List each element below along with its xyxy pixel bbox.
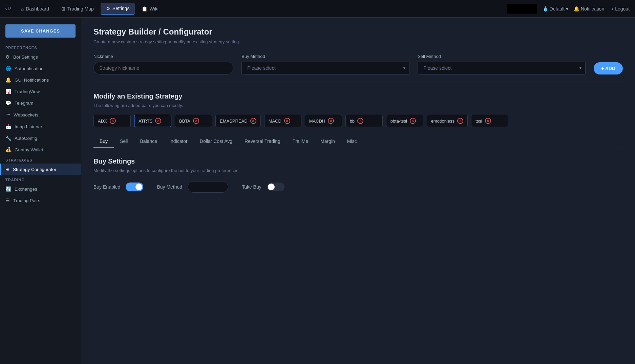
- sell-method-select-wrapper: Please select ▾: [418, 62, 586, 74]
- tag-macd-remove[interactable]: ✕: [284, 118, 290, 124]
- page-title: Strategy Builder / Configurator: [93, 27, 623, 37]
- buy-method-value-input[interactable]: ATRTS: [188, 181, 228, 193]
- buy-method-select-wrapper: Please select ▾: [241, 62, 409, 74]
- buy-method-setting-label: Buy Method: [157, 184, 182, 190]
- nickname-group: Nickname: [93, 54, 233, 74]
- nav-trading-map[interactable]: ⊞ Trading Map: [56, 3, 99, 14]
- tag-tssl-label: tssl: [475, 119, 482, 124]
- save-changes-button[interactable]: SAVE CHANGES: [5, 24, 76, 38]
- tag-emaspread-remove[interactable]: ✕: [250, 118, 256, 124]
- page-subtitle: Create a new custom strategy setting or …: [93, 39, 623, 44]
- tag-tssl[interactable]: tssl ✕: [471, 115, 508, 127]
- tag-tssl-remove[interactable]: ✕: [485, 118, 491, 124]
- buy-enabled-toggle[interactable]: [126, 183, 143, 191]
- tab-trailme[interactable]: TrailMe: [287, 135, 314, 148]
- nav-wiki[interactable]: 📋 Wiki: [136, 3, 164, 14]
- tag-bb[interactable]: bb ✕: [345, 115, 383, 127]
- tab-indicator[interactable]: Indicator: [163, 135, 194, 148]
- tag-adx-remove[interactable]: ✕: [110, 118, 116, 124]
- modify-section-title: Modify an Existing Strategy: [93, 92, 623, 100]
- tag-macd[interactable]: MACD ✕: [264, 115, 301, 127]
- exchange-icon: 🔄: [5, 186, 11, 192]
- tag-bbta-label: BBTA: [179, 119, 190, 124]
- gear-icon: ⚙: [5, 54, 10, 60]
- tag-bb-remove[interactable]: ✕: [357, 118, 363, 124]
- wallet-icon: 💰: [5, 147, 11, 152]
- sidebar-item-authentication[interactable]: 🌐 Authentication: [0, 63, 81, 74]
- tag-bbta[interactable]: BBTA ✕: [175, 115, 212, 127]
- section-divider: [93, 83, 623, 83]
- droplet-icon: 💧: [543, 6, 548, 12]
- sidebar-item-exchanges[interactable]: 🔄 Exchanges: [0, 183, 81, 195]
- buy-enabled-track: [126, 183, 143, 191]
- top-navigation: v13 ⌂ Dashboard ⊞ Trading Map ⚙ Settings…: [0, 0, 635, 18]
- nickname-input[interactable]: [93, 62, 233, 74]
- tab-dollar-cost-avg[interactable]: Dollar Cost Avg: [194, 135, 238, 148]
- tab-balance[interactable]: Balance: [134, 135, 163, 148]
- sidebar-item-imap-listener[interactable]: 📩 Imap Listener: [0, 121, 81, 132]
- sidebar-item-gunthy-wallet[interactable]: 💰 Gunthy Wallet: [0, 144, 81, 155]
- nickname-label: Nickname: [93, 54, 233, 59]
- strategy-tags-grid: ADX ✕ ATRTS ✕ BBTA ✕ EMASPREAD ✕ MACD ✕ …: [93, 115, 623, 127]
- sidebar-item-trading-pairs[interactable]: ☰ Trading Pairs: [0, 195, 81, 206]
- websocket-icon: 〜: [5, 112, 10, 118]
- sidebar-item-gui-notifications[interactable]: 🔔 GUI Notifications: [0, 74, 81, 86]
- buy-method-select[interactable]: Please select: [241, 62, 409, 74]
- sidebar-item-websockets[interactable]: 〜 Websockets: [0, 109, 81, 121]
- version-label: v13: [5, 7, 12, 11]
- tag-atrts[interactable]: ATRTS ✕: [134, 115, 171, 127]
- sidebar-item-telegram[interactable]: 💬 Telegram: [0, 97, 81, 109]
- nav-default-dropdown[interactable]: 💧 Default ▾: [543, 6, 568, 12]
- nav-settings[interactable]: ⚙ Settings: [101, 3, 135, 15]
- tag-atrts-label: ATRTS: [139, 119, 152, 124]
- imap-icon: 📩: [5, 124, 11, 129]
- globe-icon: 🌐: [5, 66, 11, 71]
- tag-bb-label: bb: [350, 119, 355, 124]
- wiki-icon: 📋: [142, 6, 147, 12]
- tag-bbta-tssl[interactable]: bbta-tssl ✕: [386, 115, 423, 127]
- main-layout: SAVE CHANGES Preferences ⚙ Bot Settings …: [0, 18, 635, 364]
- bell-icon: 🔔: [574, 6, 579, 12]
- nav-logout[interactable]: ↪ Logout: [610, 6, 630, 12]
- telegram-icon: 💬: [5, 100, 11, 106]
- settings-tabs: Buy Sell Balance Indicator Dollar Cost A…: [93, 135, 623, 148]
- tag-atrts-remove[interactable]: ✕: [155, 118, 161, 124]
- tab-misc[interactable]: Misc: [341, 135, 363, 148]
- buy-method-group: Buy Method Please select ▾: [241, 54, 409, 74]
- sidebar-item-strategy-configurator[interactable]: ⊞ Strategy Configurator: [0, 164, 81, 175]
- modify-section-subtitle: The following are added pairs you can mo…: [93, 103, 623, 108]
- sidebar-item-tradingview[interactable]: 📊 TradingView: [0, 86, 81, 97]
- tab-margin[interactable]: Margin: [314, 135, 341, 148]
- tab-reversal-trading[interactable]: Reversal Trading: [238, 135, 287, 148]
- nav-dashboard[interactable]: ⌂ Dashboard: [16, 3, 55, 14]
- buy-enabled-setting: Buy Enabled: [93, 183, 143, 191]
- tab-buy[interactable]: Buy: [93, 135, 114, 148]
- strategy-builder-form: Nickname Buy Method Please select ▾ Sell…: [93, 54, 623, 74]
- nav-right-area: 💧 Default ▾ 🔔 Notification ↪ Logout: [507, 4, 630, 14]
- tab-sell[interactable]: Sell: [114, 135, 134, 148]
- buy-method-label: Buy Method: [241, 54, 409, 59]
- tag-emaspread[interactable]: EMASPREAD ✕: [215, 115, 261, 127]
- take-buy-thumb: [268, 184, 275, 190]
- sell-method-label: Sell Method: [418, 54, 586, 59]
- preferences-section-label: Preferences: [0, 43, 81, 51]
- tag-emotionless[interactable]: emotionless ✕: [427, 115, 468, 127]
- sidebar-item-autoconfig[interactable]: 🔧 AutoConfig: [0, 132, 81, 144]
- buy-settings-title: Buy Settings: [93, 157, 623, 165]
- buy-settings-subtitle: Modify the settings options to configure…: [93, 168, 623, 173]
- add-strategy-button[interactable]: + ADD: [594, 62, 623, 74]
- buy-settings-row: Buy Enabled Buy Method ATRTS Take Buy: [93, 181, 623, 193]
- take-buy-label: Take Buy: [242, 184, 261, 190]
- tag-macdh[interactable]: MACDH ✕: [305, 115, 342, 127]
- sell-method-select[interactable]: Please select: [418, 62, 586, 74]
- tag-emotionless-remove[interactable]: ✕: [457, 118, 463, 124]
- take-buy-toggle[interactable]: [267, 183, 284, 191]
- tag-emotionless-label: emotionless: [431, 119, 454, 124]
- tag-adx[interactable]: ADX ✕: [93, 115, 131, 127]
- main-content: Strategy Builder / Configurator Create a…: [81, 18, 635, 364]
- nav-notification[interactable]: 🔔 Notification: [574, 6, 604, 12]
- tag-bbta-tssl-remove[interactable]: ✕: [410, 118, 416, 124]
- tag-macdh-remove[interactable]: ✕: [328, 118, 334, 124]
- sidebar-item-bot-settings[interactable]: ⚙ Bot Settings: [0, 51, 81, 63]
- tag-bbta-remove[interactable]: ✕: [193, 118, 199, 124]
